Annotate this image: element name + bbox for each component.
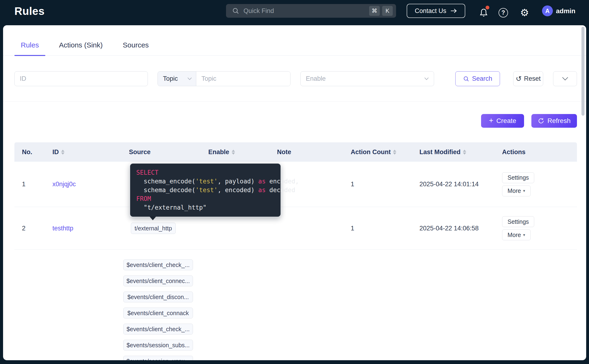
reset-button[interactable]: ↺ Reset <box>513 71 543 86</box>
chevron-down-icon <box>188 78 192 80</box>
enable-placeholder: Enable <box>306 75 326 82</box>
cell-last-modified: 2025-04-22 14:01:14 <box>412 181 495 188</box>
col-no: No. <box>14 149 45 156</box>
sort-icon[interactable] <box>463 150 466 155</box>
tab-rules[interactable]: Rules <box>14 35 45 56</box>
settings-button[interactable]: Settings <box>502 172 534 183</box>
source-topic-tag: $events/session_unsu... <box>123 356 193 360</box>
username[interactable]: admin <box>556 0 575 22</box>
source-topic-tag: t/external_http <box>131 223 176 234</box>
reset-icon: ↺ <box>516 75 522 82</box>
notifications-button[interactable] <box>478 0 490 25</box>
source-topic-tag: $events/client_connec... <box>123 275 193 286</box>
rule-id-link[interactable]: testhttp <box>52 225 73 232</box>
col-last-modified[interactable]: Last Modified <box>412 149 495 156</box>
cell-no: 1 <box>14 181 45 188</box>
sort-icon[interactable] <box>232 150 235 155</box>
command-key-badge: ⌘ <box>369 6 380 16</box>
create-button-label: Create <box>497 117 516 125</box>
scrollbar-thumb[interactable] <box>582 27 584 116</box>
search-icon <box>232 7 239 14</box>
more-button[interactable]: More▾ <box>502 186 531 196</box>
col-source: Source <box>121 149 201 156</box>
more-caret-icon: ▾ <box>523 233 525 237</box>
source-topic-tag-list: $events/client_check_...$events/client_c… <box>121 250 201 360</box>
reset-button-label: Reset <box>524 75 541 82</box>
table-row: 2 testhttp t/external_http 1 2025-04-22 … <box>14 207 577 250</box>
cell-action-count: 1 <box>343 181 412 188</box>
tab-sources[interactable]: Sources <box>117 35 155 56</box>
help-button[interactable]: ? <box>498 0 509 25</box>
chevron-down-icon <box>424 78 429 80</box>
help-icon: ? <box>498 8 508 18</box>
topic-field-select[interactable]: Topic <box>158 72 196 86</box>
divider <box>3 102 586 102</box>
filter-bar: Topic Enable Search ↺ Reset <box>3 71 586 86</box>
sort-icon[interactable] <box>61 150 65 155</box>
plus-icon: + <box>489 116 493 125</box>
refresh-button[interactable]: Refresh <box>531 114 577 128</box>
col-actions: Actions <box>495 149 577 156</box>
arrow-right-icon <box>450 8 457 14</box>
settings-button[interactable]: Settings <box>502 216 534 227</box>
col-note: Note <box>269 149 343 156</box>
topic-filter-input[interactable] <box>196 72 290 86</box>
create-button[interactable]: + Create <box>481 114 524 128</box>
source-topic-tag: $events/session_subs... <box>123 340 193 351</box>
gear-icon: ⚙ <box>520 8 529 18</box>
more-button[interactable]: More▾ <box>502 229 531 240</box>
settings-gear-button[interactable]: ⚙ <box>519 0 530 25</box>
tab-actions-sink[interactable]: Actions (Sink) <box>53 35 109 56</box>
refresh-button-label: Refresh <box>547 117 571 125</box>
notification-dot <box>485 6 489 9</box>
source-topic-tag: $events/client_check_... <box>123 324 193 334</box>
sort-icon[interactable] <box>393 150 396 155</box>
search-button-label: Search <box>472 75 492 82</box>
table-header-row: No. ID Source Enable Note Action Count L… <box>14 142 577 162</box>
contact-us-label: Contact Us <box>415 7 446 15</box>
contact-us-button[interactable]: Contact Us <box>407 4 465 18</box>
id-filter-input[interactable] <box>14 71 148 86</box>
source-topic-tag: $events/client_discon... <box>123 292 193 302</box>
page-title: Rules <box>14 5 45 18</box>
search-icon <box>463 76 469 82</box>
tab-bar: Rules Actions (Sink) Sources <box>3 25 586 56</box>
source-topic-tag: $events/client_connack <box>123 308 193 318</box>
rule-id-link[interactable]: x0njqj0c <box>52 181 76 188</box>
search-button[interactable]: Search <box>455 71 500 86</box>
expand-filters-button[interactable] <box>553 71 577 86</box>
quick-find-placeholder: Quick Find <box>243 7 367 15</box>
avatar[interactable]: A <box>542 6 553 16</box>
topic-field-value: Topic <box>163 75 178 82</box>
more-caret-icon: ▾ <box>523 188 525 193</box>
cell-last-modified: 2025-04-22 14:06:58 <box>412 225 495 232</box>
topic-filter-group: Topic <box>157 71 290 86</box>
table-row: $events/client_check_...$events/client_c… <box>14 250 577 360</box>
cell-action-count: 1 <box>343 225 412 232</box>
app-header: Rules Quick Find ⌘ K Contact Us ? ⚙ A ad… <box>0 0 589 25</box>
quick-find-search[interactable]: Quick Find ⌘ K <box>226 4 396 18</box>
sql-code: SELECT schema_encode('test', payload) as… <box>136 168 281 212</box>
rules-table: No. ID Source Enable Note Action Count L… <box>14 142 577 360</box>
refresh-icon <box>538 117 544 124</box>
source-topic-tag: $events/client_check_... <box>123 260 193 270</box>
enable-filter-select[interactable]: Enable <box>301 71 434 86</box>
col-action-count[interactable]: Action Count <box>343 149 412 156</box>
content-card: Rules Actions (Sink) Sources Topic Enabl… <box>3 25 586 360</box>
sql-tooltip: SELECT schema_encode('test', payload) as… <box>130 163 281 217</box>
col-enable[interactable]: Enable <box>201 149 269 156</box>
chevron-down-icon <box>562 77 568 80</box>
col-id[interactable]: ID <box>45 149 121 156</box>
k-key-badge: K <box>382 6 393 16</box>
cell-no: 2 <box>14 225 45 232</box>
